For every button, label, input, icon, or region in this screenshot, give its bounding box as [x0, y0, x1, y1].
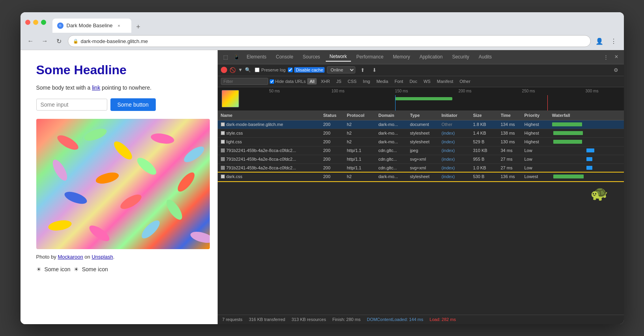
new-tab-button[interactable]: +: [133, 22, 144, 33]
minimize-window-button[interactable]: [33, 20, 38, 25]
table-row[interactable]: 791b2241-459b-4a2e-8cca-c0fdc2... 200 ht…: [218, 164, 624, 173]
tab-audits[interactable]: Audits: [475, 53, 496, 61]
profile-icon[interactable]: 👤: [594, 36, 605, 47]
filter-img[interactable]: Img: [360, 78, 372, 84]
tab-network[interactable]: Network: [326, 52, 351, 62]
col-type[interactable]: Type: [410, 113, 442, 118]
row1-icon: [221, 122, 225, 126]
col-size[interactable]: Size: [473, 113, 501, 118]
table-row[interactable]: 791b2241-459b-4a2e-8cca-c0fdc2... 200 ht…: [218, 155, 624, 164]
tab-sources[interactable]: Sources: [299, 53, 324, 61]
table-row[interactable]: dark.css 200 h2 dark-mo... stylesheet (i…: [218, 173, 624, 181]
col-time[interactable]: Time: [501, 113, 525, 118]
col-status[interactable]: Status: [323, 113, 347, 118]
row7-name: dark.css: [221, 174, 323, 179]
hide-data-urls-text: Hide data URLs: [275, 79, 306, 84]
hide-data-urls-label[interactable]: Hide data URLs: [270, 79, 306, 84]
row1-status: 200: [323, 122, 347, 127]
hide-data-urls-checkbox[interactable]: [270, 79, 274, 84]
disable-cache-label[interactable]: Disable cache: [288, 67, 325, 73]
col-waterfall[interactable]: Waterfall: [552, 113, 621, 118]
tab-console[interactable]: Console: [272, 53, 297, 61]
tab-security[interactable]: Security: [448, 53, 473, 61]
throttle-select[interactable]: Online Fast 3G Slow 3G Offline: [327, 66, 355, 73]
preserve-log-text: Preserve log: [261, 68, 286, 72]
filter-icon[interactable]: ▼: [238, 67, 243, 73]
filter-input[interactable]: [221, 78, 268, 85]
disable-cache-text: Disable cache: [294, 67, 325, 73]
refresh-button[interactable]: ↻: [54, 36, 65, 47]
row6-size: 1.0 KB: [473, 165, 501, 170]
tab-memory[interactable]: Memory: [389, 53, 414, 61]
filter-js[interactable]: JS: [334, 78, 344, 84]
status-bar: 7 requests 316 KB transferred 313 KB res…: [218, 315, 624, 324]
filter-other[interactable]: Other: [457, 78, 473, 84]
row6-domain: cdn.gltc...: [379, 165, 410, 170]
load-time[interactable]: Load: 282 ms: [429, 317, 456, 322]
upload-icon[interactable]: ⬆: [358, 65, 367, 75]
disable-cache-checkbox[interactable]: [288, 68, 293, 72]
icon-label-2: Some icon: [82, 266, 108, 272]
address-bar[interactable]: 🔒 dark-mode-baseline.glitch.me: [68, 35, 591, 47]
col-priority[interactable]: Priority: [525, 113, 552, 118]
close-window-button[interactable]: [25, 20, 30, 25]
table-row[interactable]: dark-mode-baseline.glitch.me 200 h2 dark…: [218, 120, 624, 129]
menu-icon[interactable]: ⋮: [608, 36, 619, 47]
more-options-icon[interactable]: ⋮: [601, 52, 610, 62]
record-button[interactable]: [221, 67, 227, 73]
row5-time: 27 ms: [501, 157, 525, 161]
filter-media[interactable]: Media: [374, 78, 390, 84]
back-button[interactable]: ←: [25, 36, 36, 47]
col-name[interactable]: Name: [221, 113, 323, 118]
filter-xhr[interactable]: XHR: [318, 78, 332, 84]
preserve-log-label[interactable]: Preserve log: [255, 68, 286, 72]
unsplash-link[interactable]: Unsplash: [91, 254, 113, 260]
mockaroon-link[interactable]: Mockaroon: [58, 254, 83, 260]
maximize-window-button[interactable]: [41, 20, 46, 25]
row5-priority: Low: [525, 157, 552, 161]
tab-close-button[interactable]: ×: [116, 23, 122, 29]
download-icon[interactable]: ⬇: [370, 65, 379, 75]
row7-time: 136 ms: [501, 174, 525, 179]
some-input[interactable]: [36, 99, 107, 111]
tab-application[interactable]: Application: [416, 53, 447, 61]
inspect-icon[interactable]: ⬚: [221, 52, 230, 62]
filter-css[interactable]: CSS: [345, 78, 359, 84]
devtools-close-button[interactable]: ×: [612, 52, 620, 62]
col-domain[interactable]: Domain: [379, 113, 410, 118]
row7-initiator: (index): [442, 174, 473, 179]
preserve-log-checkbox[interactable]: [255, 68, 259, 72]
body-text-suffix: pointing to nowhere.: [100, 84, 151, 91]
table-row[interactable]: 791b2241-459b-4a2e-8cca-c0fdc2... 200 ht…: [218, 146, 624, 155]
active-tab[interactable]: G Dark Mode Baseline ×: [52, 19, 131, 33]
clear-button[interactable]: 🚫: [230, 67, 236, 73]
browser-window: G Dark Mode Baseline × + ← → ↻ 🔒 dark-mo…: [21, 12, 624, 324]
forward-button[interactable]: →: [39, 36, 50, 47]
filter-manifest[interactable]: Manifest: [435, 78, 456, 84]
dom-content-loaded[interactable]: DOMContentLoaded: 144 ms: [367, 317, 423, 322]
table-row[interactable]: light.css 200 h2 dark-mo... stylesheet (…: [218, 138, 624, 146]
tab-title: Dark Mode Baseline: [67, 23, 113, 28]
settings-icon[interactable]: ⚙: [611, 65, 621, 75]
row5-icon: [221, 157, 225, 161]
row1-wf-bar: [552, 122, 582, 126]
tab-performance[interactable]: Performance: [353, 53, 388, 61]
row3-icon: [221, 140, 225, 144]
timeline-thumbnail: [222, 90, 239, 107]
filter-all[interactable]: All: [307, 78, 317, 84]
tab-elements[interactable]: Elements: [243, 53, 271, 61]
some-button[interactable]: Some button: [110, 98, 156, 111]
filter-font[interactable]: Font: [392, 78, 405, 84]
device-icon[interactable]: 📱: [232, 52, 241, 62]
row3-initiator: (index): [442, 139, 473, 144]
row2-time: 138 ms: [501, 131, 525, 135]
row5-type: svg+xml: [410, 157, 442, 161]
col-protocol[interactable]: Protocol: [347, 113, 379, 118]
col-initiator[interactable]: Initiator: [442, 113, 473, 118]
table-row[interactable]: style.css 200 h2 dark-mo... stylesheet (…: [218, 129, 624, 138]
filter-ws[interactable]: WS: [421, 78, 433, 84]
favicon: G: [57, 23, 63, 29]
filter-doc[interactable]: Doc: [407, 78, 420, 84]
search-icon[interactable]: 🔍: [245, 67, 251, 73]
body-link[interactable]: link: [92, 84, 100, 91]
